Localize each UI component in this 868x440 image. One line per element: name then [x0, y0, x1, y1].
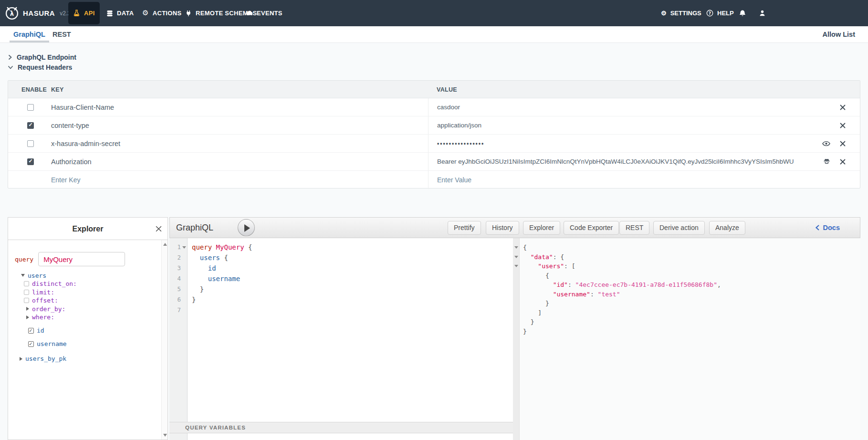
- tree-arg-limit-[interactable]: limit:: [8, 288, 160, 297]
- scroll-down-icon[interactable]: [163, 434, 167, 437]
- response-gutter-row: [513, 252, 520, 262]
- header-enabled-checkbox[interactable]: [27, 122, 34, 129]
- header-key-input[interactable]: [51, 122, 385, 129]
- analyze-button[interactable]: Analyze: [709, 221, 745, 235]
- user-button[interactable]: [759, 0, 766, 26]
- rest-button[interactable]: REST: [619, 221, 649, 235]
- table-header-row: ENABLEKEYVALUE: [8, 81, 860, 98]
- query-editor[interactable]: 1query MyQuery {2 users {3 id4 username5…: [169, 238, 513, 440]
- tree-label: where:: [32, 314, 54, 321]
- nav-item-help[interactable]: ?HELP: [706, 0, 734, 26]
- decode-jwt-icon[interactable]: [823, 158, 830, 165]
- remove-header-icon[interactable]: [840, 159, 846, 165]
- chevron-left-icon: [815, 225, 820, 230]
- tree-arg-distinct-on-[interactable]: distinct_on:: [8, 280, 160, 288]
- tree-arg-offset-[interactable]: offset:: [8, 296, 160, 305]
- header-enabled-checkbox[interactable]: [27, 140, 34, 147]
- bell-button[interactable]: [739, 0, 746, 26]
- fold-gutter: [181, 284, 188, 294]
- explorer-scrollbar[interactable]: [161, 240, 167, 440]
- line-number: 4: [169, 273, 181, 284]
- tree-field-id[interactable]: id: [8, 326, 160, 335]
- tree-arg-order-by-[interactable]: order_by:: [8, 305, 160, 314]
- nav-item-label: SETTINGS: [670, 10, 701, 17]
- hasura-brand[interactable]: λ HASURA v2.22.0: [5, 0, 79, 26]
- explorer-close-icon[interactable]: [153, 223, 164, 234]
- remove-header-icon[interactable]: [840, 141, 846, 147]
- nav-item-data[interactable]: DATA: [102, 2, 138, 24]
- response-fold-arrows: [513, 243, 520, 336]
- tab-rest[interactable]: REST: [52, 26, 71, 42]
- allow-list-link[interactable]: Allow List: [823, 26, 855, 42]
- chevron-down-icon: [8, 65, 13, 70]
- tree-label: users_by_pk: [25, 355, 66, 362]
- field-checkbox[interactable]: [28, 341, 34, 347]
- header-key-input[interactable]: [51, 140, 385, 147]
- fold-gutter: [181, 273, 188, 284]
- flask-icon: [73, 10, 80, 17]
- active-tab-underline: [10, 41, 49, 42]
- reveal-secret-eye-icon[interactable]: [822, 141, 830, 147]
- line-number: 7: [169, 305, 181, 315]
- nav-item-settings[interactable]: ⚙SETTINGS: [661, 0, 701, 26]
- explorer-title: Explorer: [8, 218, 167, 240]
- derive-action-button[interactable]: Derive action: [653, 221, 705, 235]
- editor-line: 3 id: [169, 263, 513, 273]
- nav-item-events[interactable]: EVENTS: [241, 2, 287, 24]
- prettify-button[interactable]: Prettify: [448, 221, 481, 235]
- header-value-input[interactable]: [437, 104, 819, 111]
- top-navbar: λ HASURA v2.22.0 APIDATA⚙ACTIONSREMOTE S…: [0, 0, 868, 26]
- query-name-input[interactable]: [38, 252, 125, 266]
- remove-header-icon[interactable]: [840, 123, 846, 128]
- fold-arrow-icon[interactable]: [514, 256, 518, 258]
- response-line: }: [523, 299, 860, 308]
- arg-checkbox[interactable]: [24, 290, 29, 295]
- code-exporter-button[interactable]: Code Exporter: [564, 221, 619, 235]
- field-checkbox[interactable]: [28, 328, 34, 334]
- gears-icon: ⚙: [142, 10, 149, 17]
- section-request-headers[interactable]: Request Headers: [8, 62, 72, 73]
- remove-header-icon[interactable]: [840, 105, 846, 110]
- nav-item-label: EVENTS: [257, 10, 282, 17]
- tree-field-username[interactable]: username: [8, 340, 160, 348]
- fold-arrow-icon[interactable]: [514, 246, 518, 249]
- header-enabled-checkbox[interactable]: [27, 158, 34, 165]
- new-header-value-input[interactable]: [437, 177, 819, 184]
- header-enabled-checkbox[interactable]: [27, 104, 34, 111]
- header-value-input[interactable]: [437, 158, 819, 165]
- fold-arrow-icon[interactable]: [514, 265, 518, 267]
- tree-node-users[interactable]: users: [8, 271, 160, 280]
- tab-graphiql[interactable]: GraphiQL: [13, 26, 45, 42]
- docs-label: Docs: [823, 224, 840, 231]
- section-graphql-endpoint[interactable]: GraphQL Endpoint: [8, 52, 76, 63]
- execute-query-button[interactable]: [238, 219, 255, 236]
- tree-arg-where-[interactable]: where:: [8, 313, 160, 322]
- tree-node-users-by-pk[interactable]: users_by_pk: [8, 355, 160, 363]
- query-variables-bar[interactable]: QUERY VARIABLES: [169, 422, 513, 433]
- column-header-key: KEY: [51, 81, 64, 98]
- fold-arrow-icon[interactable]: [182, 246, 186, 249]
- history-button[interactable]: History: [486, 221, 519, 235]
- section-label: Request Headers: [18, 63, 72, 71]
- header-key-input[interactable]: [51, 104, 385, 111]
- explorer-button[interactable]: Explorer: [523, 221, 560, 235]
- line-number: 6: [169, 294, 181, 305]
- response-line: }: [523, 327, 860, 336]
- nav-item-actions[interactable]: ⚙ACTIONS: [137, 2, 186, 24]
- query-kind-label: query: [15, 256, 33, 263]
- arg-checkbox[interactable]: [24, 281, 29, 286]
- scroll-up-icon[interactable]: [163, 243, 167, 246]
- new-header-value-cell: [428, 171, 860, 189]
- graphiql-toolbar: GraphiQL PrettifyHistoryExplorerCode Exp…: [169, 217, 860, 238]
- header-value-input[interactable]: [437, 140, 819, 147]
- header-value-input[interactable]: [437, 122, 819, 129]
- new-header-key-input[interactable]: [51, 176, 385, 184]
- header-key-input[interactable]: [51, 158, 385, 166]
- code-text: users {: [188, 252, 228, 263]
- request-headers-table: ENABLEKEYVALUE: [8, 80, 860, 189]
- nav-item-api[interactable]: API: [68, 2, 100, 24]
- docs-button[interactable]: Docs: [815, 218, 840, 238]
- response-gutter-row: [513, 271, 520, 281]
- arg-checkbox[interactable]: [24, 298, 29, 303]
- brand-name: HASURA: [23, 9, 55, 17]
